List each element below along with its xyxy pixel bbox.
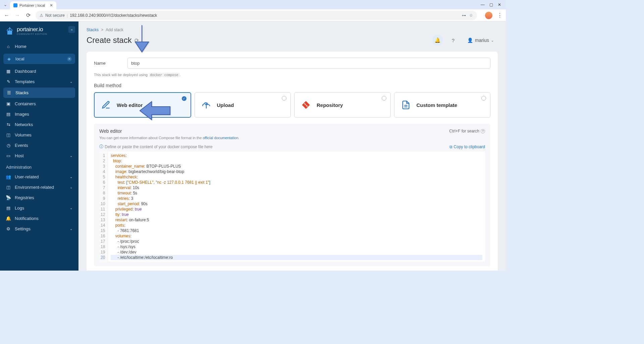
boxes-icon: ▣ (6, 102, 11, 106)
stack-name-input[interactable] (127, 58, 490, 69)
breadcrumb-root[interactable]: Stacks (87, 27, 99, 32)
nav-host[interactable]: ▭ Host ⌄ (0, 151, 78, 161)
edit-icon: ✎ (6, 79, 11, 84)
admin-section-label: Administration (0, 161, 78, 172)
sidebar: portainer.io COMMUNITY EDITION « ⌂ Home … (0, 21, 78, 271)
chevron-down-icon: ⌄ (70, 185, 72, 189)
reload-icon[interactable]: ⟳ (25, 12, 32, 19)
clock-icon: ◷ (6, 143, 11, 148)
code-editor[interactable]: 1234567891011121314151617181920 services… (99, 152, 485, 262)
nav-notifications[interactable]: 🔔 Notifications (0, 213, 78, 224)
name-label: Name (94, 61, 121, 66)
kebab-menu-icon[interactable]: ⋮ (497, 12, 502, 18)
browser-tab-strip: ⌄ Portainer | local ✕ — ▢ ✕ (0, 0, 506, 9)
nav-environment-related[interactable]: ◫ Environment-related ⌄ (0, 182, 78, 192)
password-key-icon[interactable]: ⊶ (462, 13, 466, 18)
check-icon: ✓ (182, 96, 186, 101)
server-icon: ▭ (6, 154, 11, 158)
close-icon[interactable]: ✕ (50, 3, 53, 8)
profile-avatar[interactable] (485, 12, 492, 19)
nav-label: Networks (15, 122, 33, 127)
method-label: Custom template (417, 102, 458, 108)
editor-description: You can get more information about Compo… (99, 136, 485, 140)
favicon-icon (13, 3, 17, 7)
radio-icon: 📡 (6, 195, 11, 200)
file-icon: ▤ (6, 206, 11, 211)
gear-icon: ⚙ (6, 227, 11, 231)
network-icon: ⇆ (6, 122, 11, 127)
nav-containers[interactable]: ▣ Containers (0, 99, 78, 109)
nav-networks[interactable]: ⇆ Networks (0, 119, 78, 130)
collapse-sidebar-icon[interactable]: « (68, 26, 75, 33)
nav-stacks[interactable]: ☰ Stacks (3, 88, 75, 98)
build-methods: Web editor ✓ Upload Repository (94, 92, 490, 118)
layers-icon: ☰ (7, 91, 11, 95)
page-title-text: Create stack (87, 36, 132, 45)
nav-label: Images (15, 112, 29, 117)
help-icon[interactable]: ? (481, 129, 485, 133)
brand-text: portainer.io (17, 26, 47, 33)
window-controls: — ▢ ✕ (481, 2, 504, 7)
radio-icon (382, 96, 386, 101)
chevron-down-icon: ⌄ (70, 80, 72, 83)
method-web-editor[interactable]: Web editor ✓ (94, 92, 191, 118)
copy-to-clipboard-button[interactable]: ⧉ Copy to clipboard (449, 145, 485, 149)
notifications-icon[interactable]: 🔔 (432, 35, 443, 46)
security-label: Not secure (45, 13, 65, 18)
method-custom-template[interactable]: Custom template (394, 92, 491, 118)
template-icon (400, 99, 412, 111)
close-window-icon[interactable]: ✕ (498, 2, 501, 7)
back-icon[interactable]: ← (3, 12, 10, 19)
method-repository[interactable]: Repository (294, 92, 391, 118)
portainer-logo-icon (5, 26, 14, 35)
nav-dashboard[interactable]: ▦ Dashboard (0, 66, 78, 76)
bell-icon: 🔔 (6, 216, 11, 221)
close-env-icon[interactable]: ✕ (67, 57, 72, 61)
browser-tab[interactable]: Portainer | local ✕ (10, 1, 56, 9)
nav-label: Dashboard (15, 69, 36, 74)
create-stack-panel: Name This stack will be deployed using d… (87, 52, 498, 271)
nav-settings[interactable]: ⚙ Settings ⌄ (0, 224, 78, 234)
nav-user-related[interactable]: 👥 User-related ⌄ (0, 172, 78, 182)
method-label: Web editor (117, 102, 143, 108)
tab-title: Portainer | local (19, 3, 45, 7)
nav-images[interactable]: ▤ Images (0, 109, 78, 119)
nav-volumes[interactable]: ◫ Volumes (0, 130, 78, 140)
line-gutter: 1234567891011121314151617181920 (99, 152, 108, 262)
nav-events[interactable]: ◷ Events (0, 140, 78, 151)
svg-rect-0 (7, 31, 12, 35)
docs-link[interactable]: official documentation (203, 136, 238, 140)
tab-dropdown-icon[interactable]: ⌄ (2, 2, 9, 7)
url-text: 192.168.0.240:9000/#!/2/docker/stacks/ne… (70, 13, 157, 18)
nav-logs[interactable]: ▤ Logs ⌄ (0, 203, 78, 213)
nav-label: Environment-related (15, 185, 54, 190)
nav-label: Stacks (15, 90, 29, 95)
user-menu[interactable]: 👤 marius ⌄ (463, 36, 498, 45)
env-name: local (15, 56, 24, 61)
nav-label: Settings (15, 226, 31, 231)
code-content[interactable]: services: btop: container_name: BTOP-PLU… (108, 152, 485, 262)
nav-environment[interactable]: ◈ local ✕ (3, 54, 75, 64)
info-icon: ⓘ (99, 144, 103, 150)
editor-title: Web editor (99, 128, 122, 134)
refresh-icon[interactable]: ⟳ (135, 37, 139, 44)
url-input[interactable]: ⚠ Not secure | 192.168.0.240:9000/#!/2/d… (36, 11, 477, 20)
bookmark-star-icon[interactable]: ☆ (469, 13, 473, 18)
grid-icon: ▦ (6, 69, 11, 74)
chevron-down-icon: ⌄ (70, 154, 72, 158)
nav-home[interactable]: ⌂ Home (0, 41, 78, 52)
chevron-down-icon: ⌄ (491, 39, 494, 42)
edit-icon (100, 99, 112, 111)
nav-templates[interactable]: ✎ Templates ⌄ (0, 76, 78, 87)
method-upload[interactable]: Upload (195, 92, 291, 118)
nav-label: Containers (15, 101, 36, 106)
help-icon[interactable]: ? (448, 35, 459, 46)
globe-icon: ◫ (6, 185, 11, 190)
nav-registries[interactable]: 📡 Registries (0, 192, 78, 203)
forward-icon[interactable]: → (14, 12, 21, 19)
minimize-icon[interactable]: — (481, 2, 485, 7)
maximize-icon[interactable]: ▢ (489, 2, 493, 7)
radio-icon (282, 96, 286, 101)
build-method-label: Build method (94, 83, 490, 88)
main-content: Stacks > Add stack Create stack ⟳ 🔔 ? 👤 … (78, 21, 506, 271)
